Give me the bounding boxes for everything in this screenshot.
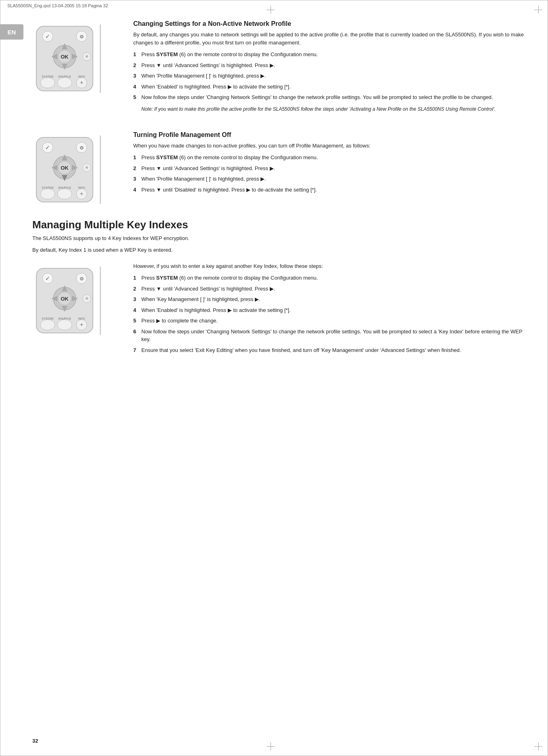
main-heading: Managing Multiple Key Indexes xyxy=(32,219,524,231)
section3: ✓ ⚙ OK ✳ SYSTEM SHUFFLE INFO xyxy=(32,262,524,357)
svg-text:+: + xyxy=(80,321,83,328)
step-2-4: 4 Press ▼ until 'Disabled' is highlighte… xyxy=(133,186,524,194)
svg-text:OK: OK xyxy=(61,54,69,60)
step-1-4: 4 When 'Enabled' is highlighted. Press ▶… xyxy=(133,83,524,91)
remote-svg-3: ✓ ⚙ OK ✳ SYSTEM SHUFFLE INFO xyxy=(32,266,97,335)
step-3-1: 1 Press SYSTEM (6) on the remote control… xyxy=(133,274,524,282)
svg-text:+: + xyxy=(80,79,83,86)
main-intro-2: By default, Key Index 1 is used when a W… xyxy=(32,246,524,254)
remote-svg-1: ✓ ⚙ OK xyxy=(32,24,97,93)
page-number: 32 xyxy=(32,738,38,744)
crosshair-top-right xyxy=(534,6,542,14)
section3-header: Managing Multiple Key Indexes The SLA550… xyxy=(32,219,524,254)
file-info: SLA5500SN_Eng.qxd 13-04-2005 15:18 Pagin… xyxy=(7,3,108,8)
main-content: ✓ ⚙ OK xyxy=(32,20,524,732)
svg-text:✓: ✓ xyxy=(45,33,50,40)
svg-text:⚙: ⚙ xyxy=(80,276,84,282)
svg-point-38 xyxy=(57,189,72,199)
svg-text:⚙: ⚙ xyxy=(80,145,84,151)
step-3-5: 5 Press ▶ to complete the change. xyxy=(133,317,524,325)
svg-point-36 xyxy=(40,189,55,199)
en-tab: EN xyxy=(0,24,23,40)
svg-text:+: + xyxy=(80,190,83,197)
step-3-6: 6 Now follow the steps under 'Changing N… xyxy=(133,328,524,343)
section1-steps: 1 Press SYSTEM (6) on the remote control… xyxy=(133,51,524,101)
section1-heading: Changing Settings for a Non-Active Netwo… xyxy=(133,20,524,27)
section1-note: Note: If you want to make this profile t… xyxy=(141,105,524,113)
svg-point-15 xyxy=(40,78,55,88)
main-intro-1: The SLA5500NS supports up to 4 Key Index… xyxy=(32,234,524,242)
section3-steps: 1 Press SYSTEM (6) on the remote control… xyxy=(133,274,524,354)
step-1-2: 2 Press ▼ until 'Advanced Settings' is h… xyxy=(133,61,524,69)
section2-intro: When you have made changes to non-active… xyxy=(133,142,524,150)
step-3-3: 3 When 'Key Management [ ]' is highlight… xyxy=(133,295,524,303)
step-3-2: 2 Press ▼ until 'Advanced Settings' is h… xyxy=(133,285,524,293)
step-2-3: 3 When 'Profile Management [ ]' is highl… xyxy=(133,175,524,183)
remote-1: ✓ ⚙ OK xyxy=(32,24,97,93)
svg-text:✳: ✳ xyxy=(85,296,89,301)
step-1-3: 3 When 'Profile Management [ ]' is highl… xyxy=(133,72,524,80)
step-2-2: 2 Press ▼ until 'Advanced Settings' is h… xyxy=(133,164,524,173)
svg-text:✳: ✳ xyxy=(85,54,89,59)
crosshair-bottom-right xyxy=(534,742,542,750)
text-col-3: However, if you wish to enter a key agai… xyxy=(121,262,524,357)
text-col-1: Changing Settings for a Non-Active Netwo… xyxy=(121,20,524,117)
remote-col-1: ✓ ⚙ OK xyxy=(32,20,121,117)
step-1-1: 1 Press SYSTEM (6) on the remote control… xyxy=(133,51,524,59)
svg-text:✓: ✓ xyxy=(45,144,50,151)
step-2-1: 1 Press SYSTEM (6) on the remote control… xyxy=(133,154,524,162)
section2-steps: 1 Press SYSTEM (6) on the remote control… xyxy=(133,154,524,194)
remote-col-2: ✓ ⚙ OK ✳ SYSTEM SHUFFLE INFO xyxy=(32,131,121,204)
svg-text:⚙: ⚙ xyxy=(80,34,84,40)
remote-2: ✓ ⚙ OK ✳ SYSTEM SHUFFLE INFO xyxy=(32,135,97,204)
main-intro-3: However, if you wish to enter a key agai… xyxy=(133,262,524,270)
svg-point-60 xyxy=(57,320,72,330)
svg-text:✓: ✓ xyxy=(45,275,50,282)
step-1-5: 5 Now follow the steps under 'Changing N… xyxy=(133,93,524,101)
svg-text:OK: OK xyxy=(61,165,69,171)
section2: ✓ ⚙ OK ✳ SYSTEM SHUFFLE INFO xyxy=(32,131,524,204)
remote-col-3: ✓ ⚙ OK ✳ SYSTEM SHUFFLE INFO xyxy=(32,262,121,357)
crosshair-top xyxy=(267,6,275,14)
remote-svg-2: ✓ ⚙ OK ✳ SYSTEM SHUFFLE INFO xyxy=(32,135,97,204)
remote-3: ✓ ⚙ OK ✳ SYSTEM SHUFFLE INFO xyxy=(32,266,97,335)
section1: ✓ ⚙ OK xyxy=(32,20,524,117)
svg-text:OK: OK xyxy=(61,296,69,302)
text-col-2: Turning Profile Management Off When you … xyxy=(121,131,524,204)
section2-heading: Turning Profile Management Off xyxy=(133,131,524,139)
remote-line-2 xyxy=(100,135,101,204)
crosshair-bottom xyxy=(267,742,275,750)
svg-point-58 xyxy=(40,320,55,330)
step-3-4: 4 When 'Enabled' is highlighted. Press ▶… xyxy=(133,306,524,314)
svg-text:✳: ✳ xyxy=(85,165,89,171)
remote-line-3 xyxy=(100,266,101,335)
section1-intro: By default, any changes you make to netw… xyxy=(133,31,524,46)
svg-point-17 xyxy=(57,78,72,88)
remote-line-1 xyxy=(100,24,101,93)
step-3-7: 7 Ensure that you select 'Exit Key Editi… xyxy=(133,346,524,354)
